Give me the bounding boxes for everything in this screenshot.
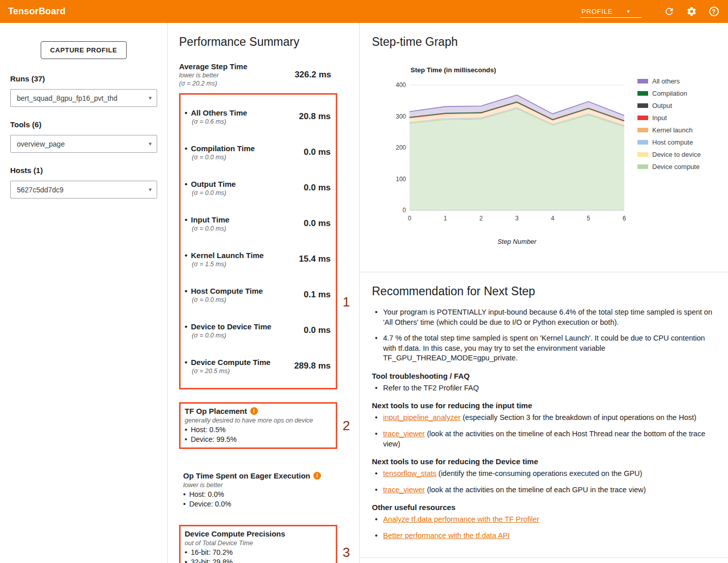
legend-item: Input [637,114,701,122]
chevron-down-icon: ▾ [149,95,152,101]
legend-item: All others [637,77,701,85]
tfdata-api-link[interactable]: Better performance with the tf.data API [383,531,510,540]
metric-sigma: (σ = 0.0 ms) [192,296,304,303]
legend-item: Device to device [637,151,701,158]
chart-legend: All others Compilation Output Input Kern… [637,77,701,245]
legend-item: Host compute [637,138,701,146]
legend-item: Device compute [637,163,701,171]
metric-value: 0.0 ms [304,183,336,193]
annotation-number-2: 2 [343,418,350,434]
metric-row: •Kernel Launch Time (σ = 1.5 ms) 15.4 ms [181,241,336,277]
metric-row: •Input Time (σ = 0.0 ms) 0.0 ms [181,206,336,241]
eager-execution-block: Op Time Spent on Eager Execution i lower… [179,468,337,512]
capture-profile-button[interactable]: CAPTURE PROFILE [41,41,127,59]
metric-sigma: (σ = 0.6 ms) [192,118,299,125]
bullet-icon: • [185,108,187,117]
runs-select[interactable]: bert_squad_8gpu_fp16_pvt_thd ▾ [10,89,157,107]
info-icon[interactable]: i [313,472,321,480]
step-time-chart: Step Time (in milliseconds) 010020030040… [386,66,716,245]
help-icon[interactable]: ? [708,6,720,18]
rec-section-heading: Other useful resources [372,503,714,512]
eager-device-value: •Device: 0.0% [183,500,333,508]
right-panel: Step-time Graph Step Time (in millisecon… [360,23,728,563]
metric-label: Compilation Time [191,144,255,153]
tf-op-host-value: •Host: 0.5% [185,426,332,434]
rec-item: Analyze tf.data performance with the TF … [372,515,714,525]
bullet-icon: • [185,215,187,224]
bullet-icon: • [185,287,187,295]
metric-label: All Others Time [191,108,247,117]
metric-label: Output Time [191,180,236,188]
metric-row: •Compilation Time (σ = 0.0 ms) 0.0 ms [181,134,336,170]
svg-text:5: 5 [587,215,590,222]
metric-label: Input Time [191,215,229,224]
runs-label: Runs (37) [10,74,157,83]
bullet-icon: • [185,548,187,556]
legend-swatch [637,116,648,120]
legend-item: Compilation [637,90,701,97]
metric-value: 20.8 ms [299,111,336,122]
svg-text:1: 1 [444,215,447,222]
metric-value: 289.8 ms [294,361,336,371]
metric-sigma: (σ = 0.0 ms) [192,189,304,196]
dashboard-select-value: PROFILE [581,8,613,15]
recommendation-title: Recommendation for Next Step [372,285,714,298]
legend-swatch [637,164,648,169]
metric-value: 0.0 ms [304,147,336,157]
svg-text:0: 0 [402,207,406,214]
rec-item: tensorflow_stats (identify the time-cons… [372,469,714,479]
step-time-graph-title: Step-time Graph [372,35,716,49]
app-header: TensorBoard PROFILE ▾ ? [0,0,728,23]
metric-sigma: (σ = 1.5 ms) [192,261,299,268]
tools-select-value: overview_page [17,140,65,148]
annotation-box-2: 2 TF Op Placement i generally desired to… [179,402,337,449]
average-step-time-note: lower is better [179,72,295,79]
legend-item: Output [637,102,701,109]
bullet-icon: • [185,426,187,434]
annotation-box-3: 3 Device Compute Precisions out of Total… [179,525,337,563]
tf-op-placement-title: TF Op Placement [185,407,247,415]
bullet-icon: • [185,180,187,188]
metric-sigma: (σ = 0.0 ms) [192,225,304,232]
legend-swatch [637,140,648,145]
average-step-time-sigma: (σ = 20.2 ms) [179,80,295,87]
eager-execution-subtitle: lower is better [183,482,333,489]
bullet-icon: • [183,500,186,508]
gear-icon[interactable] [685,6,697,18]
metric-value: 0.0 ms [304,325,336,335]
performance-summary-title: Performance Summary [179,35,359,49]
svg-text:6: 6 [623,215,626,222]
rec-item: Refer to the TF2 Profiler FAQ [372,383,714,393]
dashboard-select[interactable]: PROFILE ▾ [580,6,642,18]
section-divider [360,557,728,558]
tensorflow-stats-link[interactable]: tensorflow_stats [383,469,436,477]
metric-label: Host Compute Time [191,287,263,295]
bullet-icon: • [183,490,186,498]
input-pipeline-analyzer-link[interactable]: input_pipeline_analyzer [383,413,460,421]
chevron-down-icon: ▾ [149,140,152,147]
metric-sigma: (σ = 0.0 ms) [192,332,304,339]
main-content: CAPTURE PROFILE Runs (37) bert_squad_8gp… [0,23,728,563]
average-step-time-row: Average Step Time lower is better (σ = 2… [179,62,337,87]
hosts-select[interactable]: 5627c5dd7dc9 ▾ [10,181,157,199]
rec-item: trace_viewer (look at the activities on … [372,485,714,495]
info-icon[interactable]: i [250,407,258,415]
legend-item: Kernel launch [637,126,701,134]
trace-viewer-link[interactable]: trace_viewer [383,430,425,438]
tfdata-performance-link[interactable]: Analyze tf.data performance with the TF … [383,515,539,523]
device-precisions-subtitle: out of Total Device Time [185,540,332,547]
metric-value: 15.4 ms [299,254,336,264]
chart-title: Step Time (in milliseconds) [411,66,630,74]
rec-item: input_pipeline_analyzer (especially Sect… [372,413,714,423]
tools-label: Tools (6) [10,120,157,129]
metric-value: 0.0 ms [304,218,336,229]
tools-select[interactable]: overview_page ▾ [10,135,157,153]
hosts-select-value: 5627c5dd7dc9 [17,186,64,194]
trace-viewer-link[interactable]: trace_viewer [383,486,425,494]
metric-row: •All Others Time (σ = 0.6 ms) 20.8 ms [181,99,336,134]
reload-icon[interactable] [663,6,675,18]
metric-sigma: (σ = 0.0 ms) [192,154,304,161]
recommendation-bullet: 4.7 % of the total step time sampled is … [372,333,714,363]
metric-label: Device to Device Time [191,322,271,331]
metric-row: •Output Time (σ = 0.0 ms) 0.0 ms [181,170,336,206]
